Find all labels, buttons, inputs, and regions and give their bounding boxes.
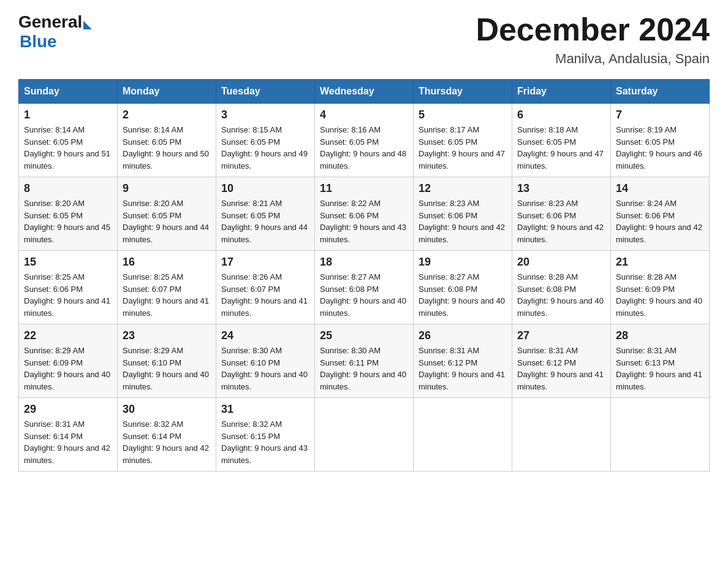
day-cell: 16Sunrise: 8:25 AMSunset: 6:07 PMDayligh… <box>118 251 216 324</box>
logo-general-text: General <box>18 12 82 32</box>
day-number: 19 <box>419 256 507 269</box>
week-row-3: 15Sunrise: 8:25 AMSunset: 6:06 PMDayligh… <box>19 251 710 324</box>
day-info: Sunrise: 8:24 AMSunset: 6:06 PMDaylight:… <box>616 197 704 245</box>
day-number: 14 <box>616 182 704 195</box>
day-info: Sunrise: 8:29 AMSunset: 6:10 PMDaylight:… <box>123 345 211 393</box>
day-cell <box>611 398 710 472</box>
day-cell: 18Sunrise: 8:27 AMSunset: 6:08 PMDayligh… <box>315 251 414 324</box>
day-number: 16 <box>123 256 211 269</box>
day-cell: 20Sunrise: 8:28 AMSunset: 6:08 PMDayligh… <box>512 251 611 324</box>
day-cell: 7Sunrise: 8:19 AMSunset: 6:05 PMDaylight… <box>611 104 710 177</box>
day-cell: 1Sunrise: 8:14 AMSunset: 6:05 PMDaylight… <box>19 104 118 177</box>
day-number: 7 <box>616 109 704 121</box>
column-header-wednesday: Wednesday <box>315 80 414 104</box>
day-number: 6 <box>517 109 605 121</box>
day-cell: 13Sunrise: 8:23 AMSunset: 6:06 PMDayligh… <box>512 177 611 251</box>
month-title: December 2024 <box>476 12 710 47</box>
day-number: 25 <box>320 329 408 342</box>
calendar-table: SundayMondayTuesdayWednesdayThursdayFrid… <box>18 79 710 472</box>
day-cell: 4Sunrise: 8:16 AMSunset: 6:05 PMDaylight… <box>315 104 414 177</box>
day-number: 4 <box>320 109 408 121</box>
day-number: 24 <box>221 329 309 342</box>
day-number: 3 <box>221 109 309 121</box>
day-info: Sunrise: 8:21 AMSunset: 6:05 PMDaylight:… <box>221 197 309 245</box>
day-cell: 29Sunrise: 8:31 AMSunset: 6:14 PMDayligh… <box>19 398 118 472</box>
day-info: Sunrise: 8:26 AMSunset: 6:07 PMDaylight:… <box>221 271 309 319</box>
day-cell: 2Sunrise: 8:14 AMSunset: 6:05 PMDaylight… <box>118 104 216 177</box>
calendar-header-row: SundayMondayTuesdayWednesdayThursdayFrid… <box>19 80 710 104</box>
day-info: Sunrise: 8:23 AMSunset: 6:06 PMDaylight:… <box>419 197 507 245</box>
day-cell: 24Sunrise: 8:30 AMSunset: 6:10 PMDayligh… <box>216 324 315 398</box>
location-title: Manilva, Andalusia, Spain <box>476 51 710 67</box>
week-row-5: 29Sunrise: 8:31 AMSunset: 6:14 PMDayligh… <box>19 398 710 472</box>
day-info: Sunrise: 8:28 AMSunset: 6:09 PMDaylight:… <box>616 271 704 319</box>
day-number: 2 <box>123 109 211 121</box>
day-number: 23 <box>123 329 211 342</box>
day-info: Sunrise: 8:20 AMSunset: 6:05 PMDaylight:… <box>24 197 112 245</box>
day-number: 5 <box>419 109 507 121</box>
day-number: 12 <box>419 182 507 195</box>
day-info: Sunrise: 8:31 AMSunset: 6:12 PMDaylight:… <box>419 345 507 393</box>
day-info: Sunrise: 8:31 AMSunset: 6:14 PMDaylight:… <box>24 418 112 466</box>
day-cell: 6Sunrise: 8:18 AMSunset: 6:05 PMDaylight… <box>512 104 611 177</box>
day-info: Sunrise: 8:16 AMSunset: 6:05 PMDaylight:… <box>320 124 408 172</box>
day-info: Sunrise: 8:25 AMSunset: 6:07 PMDaylight:… <box>123 271 211 319</box>
day-info: Sunrise: 8:27 AMSunset: 6:08 PMDaylight:… <box>320 271 408 319</box>
day-cell: 8Sunrise: 8:20 AMSunset: 6:05 PMDaylight… <box>19 177 118 251</box>
day-number: 29 <box>24 403 112 416</box>
day-cell: 9Sunrise: 8:20 AMSunset: 6:05 PMDaylight… <box>118 177 216 251</box>
day-cell: 19Sunrise: 8:27 AMSunset: 6:08 PMDayligh… <box>414 251 512 324</box>
day-info: Sunrise: 8:30 AMSunset: 6:11 PMDaylight:… <box>320 345 408 393</box>
day-info: Sunrise: 8:15 AMSunset: 6:05 PMDaylight:… <box>221 124 309 172</box>
day-number: 8 <box>24 182 112 195</box>
column-header-sunday: Sunday <box>19 80 118 104</box>
day-number: 30 <box>123 403 211 416</box>
day-info: Sunrise: 8:23 AMSunset: 6:06 PMDaylight:… <box>517 197 605 245</box>
day-number: 26 <box>419 329 507 342</box>
day-cell: 17Sunrise: 8:26 AMSunset: 6:07 PMDayligh… <box>216 251 315 324</box>
day-cell: 10Sunrise: 8:21 AMSunset: 6:05 PMDayligh… <box>216 177 315 251</box>
day-cell: 25Sunrise: 8:30 AMSunset: 6:11 PMDayligh… <box>315 324 414 398</box>
day-cell: 14Sunrise: 8:24 AMSunset: 6:06 PMDayligh… <box>611 177 710 251</box>
logo: General Blue <box>18 12 93 52</box>
day-cell: 28Sunrise: 8:31 AMSunset: 6:13 PMDayligh… <box>611 324 710 398</box>
day-number: 10 <box>221 182 309 195</box>
day-info: Sunrise: 8:22 AMSunset: 6:06 PMDaylight:… <box>320 197 408 245</box>
day-number: 27 <box>517 329 605 342</box>
day-cell <box>315 398 414 472</box>
day-info: Sunrise: 8:28 AMSunset: 6:08 PMDaylight:… <box>517 271 605 319</box>
day-number: 28 <box>616 329 704 342</box>
day-info: Sunrise: 8:32 AMSunset: 6:14 PMDaylight:… <box>123 418 211 466</box>
column-header-tuesday: Tuesday <box>216 80 315 104</box>
day-number: 1 <box>24 109 112 121</box>
logo-blue-text: Blue <box>20 32 57 52</box>
day-cell: 26Sunrise: 8:31 AMSunset: 6:12 PMDayligh… <box>414 324 512 398</box>
day-cell: 3Sunrise: 8:15 AMSunset: 6:05 PMDaylight… <box>216 104 315 177</box>
day-cell: 12Sunrise: 8:23 AMSunset: 6:06 PMDayligh… <box>414 177 512 251</box>
day-number: 13 <box>517 182 605 195</box>
day-info: Sunrise: 8:30 AMSunset: 6:10 PMDaylight:… <box>221 345 309 393</box>
page-header: General Blue December 2024 Manilva, Anda… <box>18 12 710 67</box>
day-info: Sunrise: 8:27 AMSunset: 6:08 PMDaylight:… <box>419 271 507 319</box>
day-cell: 30Sunrise: 8:32 AMSunset: 6:14 PMDayligh… <box>118 398 216 472</box>
logo-arrow-icon <box>83 21 92 29</box>
day-cell <box>512 398 611 472</box>
day-number: 21 <box>616 256 704 269</box>
day-info: Sunrise: 8:14 AMSunset: 6:05 PMDaylight:… <box>24 124 112 172</box>
day-number: 11 <box>320 182 408 195</box>
day-cell: 15Sunrise: 8:25 AMSunset: 6:06 PMDayligh… <box>19 251 118 324</box>
day-number: 9 <box>123 182 211 195</box>
day-info: Sunrise: 8:29 AMSunset: 6:09 PMDaylight:… <box>24 345 112 393</box>
day-number: 17 <box>221 256 309 269</box>
day-info: Sunrise: 8:18 AMSunset: 6:05 PMDaylight:… <box>517 124 605 172</box>
title-section: December 2024 Manilva, Andalusia, Spain <box>476 12 710 67</box>
day-cell: 21Sunrise: 8:28 AMSunset: 6:09 PMDayligh… <box>611 251 710 324</box>
day-cell: 27Sunrise: 8:31 AMSunset: 6:12 PMDayligh… <box>512 324 611 398</box>
day-number: 20 <box>517 256 605 269</box>
day-number: 31 <box>221 403 309 416</box>
calendar-body: 1Sunrise: 8:14 AMSunset: 6:05 PMDaylight… <box>19 104 710 472</box>
week-row-1: 1Sunrise: 8:14 AMSunset: 6:05 PMDaylight… <box>19 104 710 177</box>
day-cell: 11Sunrise: 8:22 AMSunset: 6:06 PMDayligh… <box>315 177 414 251</box>
day-info: Sunrise: 8:31 AMSunset: 6:13 PMDaylight:… <box>616 345 704 393</box>
column-header-saturday: Saturday <box>611 80 710 104</box>
